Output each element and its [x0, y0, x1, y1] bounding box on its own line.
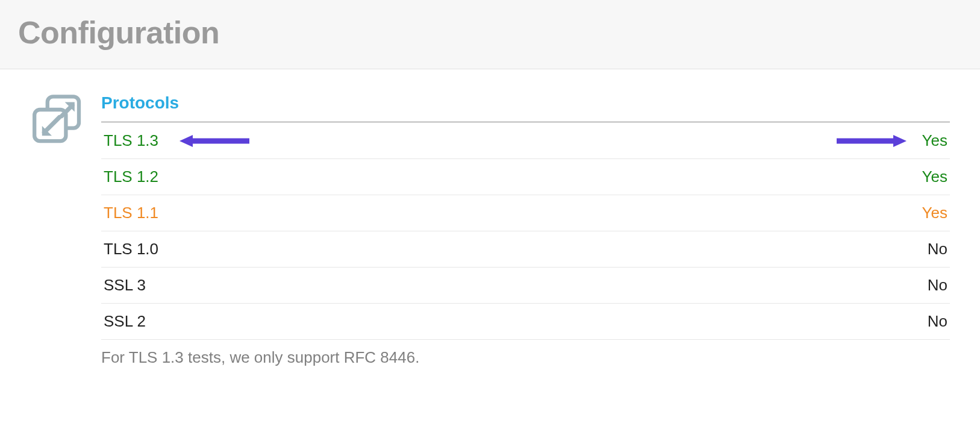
protocol-status: Yes — [922, 204, 947, 222]
section-note: For TLS 1.3 tests, we only support RFC 8… — [101, 340, 950, 367]
protocol-name: TLS 1.3 — [104, 131, 158, 150]
section-title: Protocols — [101, 93, 950, 123]
page-title: Configuration — [18, 14, 962, 51]
protocol-name: TLS 1.0 — [104, 240, 158, 258]
protocols-icon — [30, 93, 84, 148]
protocol-name: TLS 1.1 — [104, 204, 158, 222]
protocol-row: TLS 1.2Yes — [101, 159, 950, 195]
content-area: Protocols TLS 1.3YesTLS 1.2YesTLS 1.1Yes… — [0, 69, 980, 379]
protocol-status: Yes — [922, 167, 947, 186]
annotation-arrow-right-icon — [835, 134, 908, 148]
svg-marker-7 — [179, 135, 193, 147]
protocol-row: SSL 3No — [101, 268, 950, 304]
annotation-arrow-left-icon — [178, 134, 251, 148]
protocol-status: No — [928, 240, 947, 258]
protocol-status: No — [928, 312, 947, 331]
icon-column — [18, 93, 96, 367]
protocol-status: Yes — [922, 131, 947, 150]
protocol-row: SSL 2No — [101, 304, 950, 340]
svg-marker-9 — [893, 135, 907, 147]
protocol-name: SSL 2 — [104, 312, 146, 331]
protocol-row: TLS 1.0No — [101, 231, 950, 268]
protocol-status: No — [928, 276, 947, 295]
protocol-name: SSL 3 — [104, 276, 146, 295]
section-header: Configuration — [0, 0, 980, 69]
protocol-name: TLS 1.2 — [104, 167, 158, 186]
protocol-row: TLS 1.1Yes — [101, 195, 950, 231]
protocol-row: TLS 1.3Yes — [101, 123, 950, 159]
protocols-table: Protocols TLS 1.3YesTLS 1.2YesTLS 1.1Yes… — [96, 93, 962, 367]
